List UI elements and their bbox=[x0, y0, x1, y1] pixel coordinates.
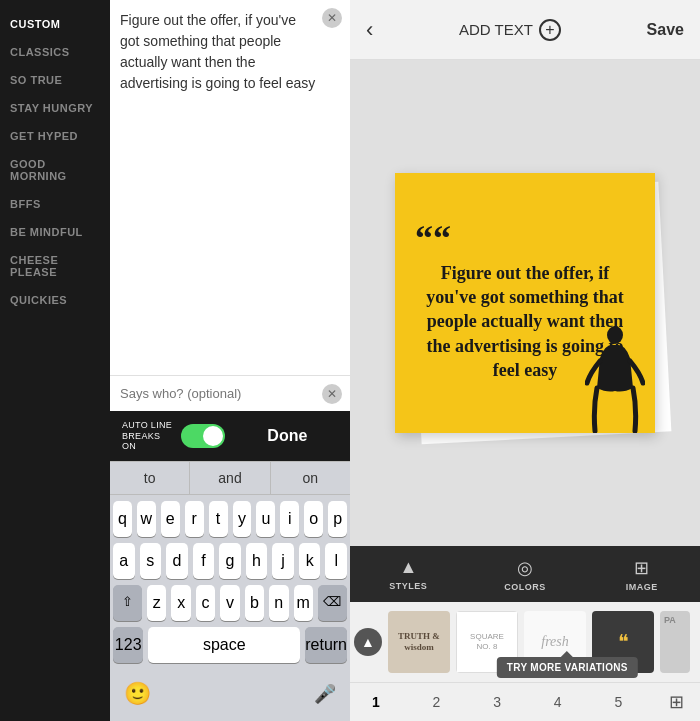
key-shift[interactable]: ⇧ bbox=[113, 585, 142, 621]
tab-colors[interactable]: ◎ COLORS bbox=[467, 557, 584, 592]
key-x[interactable]: x bbox=[171, 585, 190, 621]
keyboard-bottom-row: 🙂 🎤 bbox=[110, 673, 350, 721]
back-button[interactable]: ‹ bbox=[366, 17, 373, 43]
add-text-plus-icon[interactable]: + bbox=[539, 19, 561, 41]
keyboard-section: to and on q w e r t y u i o bbox=[110, 461, 350, 721]
key-backspace[interactable]: ⌫ bbox=[318, 585, 347, 621]
sidebar: CUSTOM CLASSICS SO TRUE STAY HUNGRY GET … bbox=[0, 0, 110, 721]
page-1[interactable]: 1 bbox=[366, 692, 386, 712]
key-u[interactable]: u bbox=[256, 501, 275, 537]
right-panel: ‹ ADD TEXT + Save ““ Figure out the offe… bbox=[350, 0, 700, 721]
quote-card-wrapper: ““ Figure out the offer, if you've got s… bbox=[395, 173, 655, 433]
key-h[interactable]: h bbox=[246, 543, 268, 579]
tab-styles[interactable]: ▲ STYLES bbox=[350, 557, 467, 591]
sidebar-item-quickies[interactable]: QUICKIES bbox=[0, 286, 110, 314]
key-c[interactable]: c bbox=[196, 585, 215, 621]
key-q[interactable]: q bbox=[113, 501, 132, 537]
says-who-section: ✕ bbox=[110, 375, 350, 411]
left-main: CUSTOM CLASSICS SO TRUE STAY HUNGRY GET … bbox=[0, 0, 350, 721]
says-who-input[interactable] bbox=[110, 376, 350, 411]
key-i[interactable]: i bbox=[280, 501, 299, 537]
page-2[interactable]: 2 bbox=[427, 692, 447, 712]
right-header: ‹ ADD TEXT + Save bbox=[350, 0, 700, 60]
emoji-icon[interactable]: 🙂 bbox=[116, 677, 159, 711]
suggestion-and[interactable]: and bbox=[190, 462, 270, 494]
quote-card: ““ Figure out the offer, if you've got s… bbox=[395, 173, 655, 433]
styles-icon: ▲ bbox=[399, 557, 417, 578]
key-e[interactable]: e bbox=[161, 501, 180, 537]
clear-text-button[interactable]: ✕ bbox=[322, 8, 342, 28]
done-bar: AUTO LINEBREAKS ON Done bbox=[110, 411, 350, 461]
key-v[interactable]: v bbox=[220, 585, 239, 621]
key-numbers[interactable]: 123 bbox=[113, 627, 143, 663]
key-space[interactable]: space bbox=[148, 627, 300, 663]
quote-mark: ““ bbox=[415, 224, 451, 253]
sidebar-item-custom[interactable]: CUSTOM bbox=[0, 10, 110, 38]
left-panel: CUSTOM CLASSICS SO TRUE STAY HUNGRY GET … bbox=[0, 0, 350, 721]
key-r[interactable]: r bbox=[185, 501, 204, 537]
key-t[interactable]: t bbox=[209, 501, 228, 537]
add-text-label: ADD TEXT + bbox=[459, 19, 561, 41]
image-icon: ⊞ bbox=[634, 557, 649, 579]
key-j[interactable]: j bbox=[272, 543, 294, 579]
try-more-tooltip[interactable]: TRY MORE VARIATIONS bbox=[497, 657, 638, 678]
variation-truth[interactable]: TRUTH &wisdom bbox=[388, 611, 450, 673]
key-m[interactable]: m bbox=[294, 585, 313, 621]
key-return[interactable]: return bbox=[305, 627, 347, 663]
sidebar-item-be-mindful[interactable]: BE MINDFUL bbox=[0, 218, 110, 246]
suggestion-on[interactable]: on bbox=[271, 462, 350, 494]
keyboard-row-1: q w e r t y u i o p bbox=[113, 501, 347, 537]
page-3[interactable]: 3 bbox=[487, 692, 507, 712]
key-f[interactable]: f bbox=[193, 543, 215, 579]
key-a[interactable]: a bbox=[113, 543, 135, 579]
preview-area: ““ Figure out the offer, if you've got s… bbox=[350, 60, 700, 546]
sidebar-item-get-hyped[interactable]: GET HYPED bbox=[0, 122, 110, 150]
key-s[interactable]: s bbox=[140, 543, 162, 579]
key-p[interactable]: p bbox=[328, 501, 347, 537]
person-silhouette bbox=[585, 323, 645, 433]
key-w[interactable]: w bbox=[137, 501, 156, 537]
suggestions-row: to and on bbox=[110, 461, 350, 495]
page-numbers-row: 1 2 3 4 5 ⊞ bbox=[350, 682, 700, 721]
variations-up-button[interactable]: ▲ bbox=[354, 628, 382, 656]
done-button[interactable]: Done bbox=[237, 427, 338, 445]
variation-partial-content: PA bbox=[660, 611, 690, 629]
keyboard: q w e r t y u i o p a s bbox=[110, 495, 350, 673]
sidebar-item-bffs[interactable]: BFFS bbox=[0, 190, 110, 218]
variation-partial[interactable]: PA bbox=[660, 611, 690, 673]
sidebar-item-stay-hungry[interactable]: STAY HUNGRY bbox=[0, 94, 110, 122]
keyboard-row-3: ⇧ z x c v b n m ⌫ bbox=[113, 585, 347, 621]
keyboard-row-2: a s d f g h j k l bbox=[113, 543, 347, 579]
grid-icon[interactable]: ⊞ bbox=[669, 691, 684, 713]
variation-truth-content: TRUTH &wisdom bbox=[388, 611, 450, 673]
key-z[interactable]: z bbox=[147, 585, 166, 621]
variations-row: ▲ TRUTH &wisdom SQUARENO. 8 fresh ❝ PA T… bbox=[350, 602, 700, 682]
key-o[interactable]: o bbox=[304, 501, 323, 537]
sidebar-item-cheese-please[interactable]: CHEESE PLEASE bbox=[0, 246, 110, 286]
bottom-tabs: ▲ STYLES ◎ COLORS ⊞ IMAGE bbox=[350, 546, 700, 602]
auto-line-toggle[interactable] bbox=[181, 424, 225, 448]
key-b[interactable]: b bbox=[245, 585, 264, 621]
sidebar-item-good-morning[interactable]: GOOD MORNING bbox=[0, 150, 110, 190]
microphone-icon[interactable]: 🎤 bbox=[306, 679, 344, 709]
suggestion-to[interactable]: to bbox=[110, 462, 190, 494]
clear-says-who-button[interactable]: ✕ bbox=[322, 384, 342, 404]
toggle-knob bbox=[203, 426, 223, 446]
colors-icon: ◎ bbox=[517, 557, 533, 579]
auto-line-label: AUTO LINEBREAKS ON bbox=[122, 420, 173, 452]
sidebar-item-so-true[interactable]: SO TRUE bbox=[0, 66, 110, 94]
page-5[interactable]: 5 bbox=[608, 692, 628, 712]
key-n[interactable]: n bbox=[269, 585, 288, 621]
key-k[interactable]: k bbox=[299, 543, 321, 579]
tab-image[interactable]: ⊞ IMAGE bbox=[583, 557, 700, 592]
quote-text-input[interactable]: Figure out the offer, if you've got some… bbox=[110, 0, 350, 375]
svg-point-0 bbox=[607, 326, 623, 344]
key-l[interactable]: l bbox=[325, 543, 347, 579]
sidebar-item-classics[interactable]: CLASSICS bbox=[0, 38, 110, 66]
page-4[interactable]: 4 bbox=[548, 692, 568, 712]
key-g[interactable]: g bbox=[219, 543, 241, 579]
save-button[interactable]: Save bbox=[647, 21, 684, 39]
key-d[interactable]: d bbox=[166, 543, 188, 579]
key-y[interactable]: y bbox=[233, 501, 252, 537]
text-area-section: Figure out the offer, if you've got some… bbox=[110, 0, 350, 721]
